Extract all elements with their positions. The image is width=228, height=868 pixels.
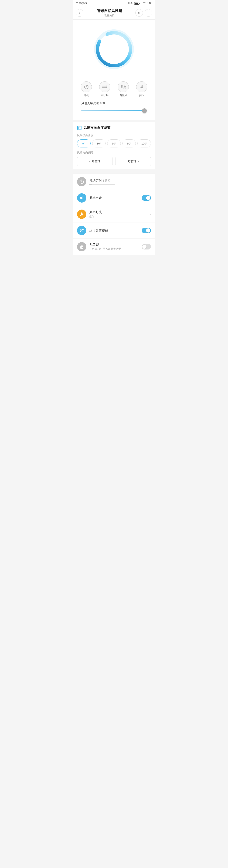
speaker-icon (79, 196, 84, 200)
mode-btn-gear[interactable]: 4 挡位 (136, 81, 147, 97)
right-label: 向右转 (128, 159, 136, 163)
back-icon: ‹ (79, 11, 80, 15)
schedule-icon-circle (77, 177, 86, 186)
fan-ring-container[interactable] (93, 28, 135, 70)
schedule-content: 预约定时 | 关闭 (89, 179, 151, 185)
power-icon-circle (81, 81, 92, 92)
schedule-title: 预约定时 (89, 179, 102, 183)
clock-icon (79, 179, 84, 184)
battery-icon-display (134, 2, 139, 5)
childlock-title: 儿童锁 (89, 243, 99, 246)
fan-ring-svg (93, 28, 135, 70)
lock-icon (79, 244, 84, 249)
carrier-signal: 中国移动 (76, 1, 87, 5)
share-icon: ⊕ (138, 11, 140, 15)
gear-icon-circle: 4 (136, 81, 147, 92)
angle-60-label: 60° (112, 142, 116, 145)
back-button[interactable]: ‹ (76, 9, 84, 17)
natural-label: 自然风 (120, 94, 127, 97)
mode-btn-direct[interactable]: 直吹风 (99, 81, 110, 97)
schedule-fill (89, 184, 92, 185)
alarm-clock-icon (79, 228, 84, 233)
settings-section: 预约定时 | 关闭 风扇声音 (73, 174, 155, 255)
power-icon (84, 84, 89, 89)
light-title: 风扇灯光 (89, 210, 102, 214)
setting-sound: 风扇声音 (73, 190, 155, 206)
svg-point-9 (82, 247, 82, 248)
section-gap-1 (73, 120, 155, 122)
angle-btn-120[interactable]: 120° (137, 140, 151, 148)
mode-btn-power[interactable]: 开机 (81, 81, 92, 97)
childlock-icon-circle (77, 242, 86, 251)
direction-buttons: ‹ 向左转 向右转 › (77, 157, 151, 166)
section-gap-2 (73, 169, 155, 172)
alarm-toggle-knob (146, 228, 150, 232)
sound-toggle-knob (146, 196, 150, 200)
alarm-toggle[interactable] (142, 228, 151, 233)
light-icon-circle (77, 210, 86, 219)
more-button[interactable]: ··· (144, 9, 152, 17)
schedule-extra: | 关闭 (103, 179, 110, 183)
right-chevron-icon: › (138, 160, 139, 163)
setting-alarm: 运行异常提醒 (73, 222, 155, 239)
controls-section: 开机 直吹风 自然风 (73, 77, 155, 120)
direct-wind-icon (102, 84, 107, 89)
childlock-subtitle: 开启后,只可用 App 控制产品 (89, 247, 139, 251)
angle-btn-off[interactable]: off (77, 140, 91, 148)
angle-buttons: off 30° 60° 90° 120° (77, 140, 151, 148)
light-content: 风扇灯光 氛光 (89, 210, 147, 218)
sun-icon (79, 212, 84, 217)
sound-toggle[interactable] (142, 195, 151, 201)
setting-schedule: 预约定时 | 关闭 (73, 174, 155, 190)
svg-point-2 (101, 36, 127, 62)
chevron-right-icon: › (150, 212, 151, 217)
angle-120-label: 120° (141, 142, 147, 145)
mode-btn-natural[interactable]: 自然风 (118, 81, 129, 97)
angle-icon (77, 125, 82, 130)
power-label: 开机 (84, 94, 89, 97)
childlock-toggle[interactable] (142, 244, 151, 249)
direct-label: 直吹风 (101, 94, 108, 97)
schedule-slider[interactable] (89, 184, 151, 185)
speed-section: 风扇无级变速 100 (77, 101, 151, 118)
more-icon: ··· (147, 11, 150, 15)
childlock-content: 儿童锁 开启后,只可用 App 控制产品 (89, 243, 139, 251)
time-display: 上午10:03 (140, 1, 152, 5)
header: ‹ 智米自然风风扇 设备关机 ⊕ ··· (73, 6, 155, 20)
angle-30-label: 30° (97, 142, 101, 145)
setting-light[interactable]: 风扇灯光 氛光 › (73, 206, 155, 222)
bottom-spacer (73, 255, 155, 263)
light-chevron-container: › (150, 212, 151, 217)
slider-fill (81, 110, 147, 111)
header-center: 智米自然风风扇 设备关机 (84, 8, 135, 17)
slider-track (81, 110, 147, 111)
angle-off-label: off (82, 142, 85, 145)
setting-childlock: 儿童锁 开启后,只可用 App 控制产品 (73, 239, 155, 255)
direction-left-btn[interactable]: ‹ 向左转 (77, 157, 113, 166)
alarm-title: 运行异常提醒 (89, 228, 108, 232)
alarm-content: 运行异常提醒 (89, 228, 139, 232)
childlock-toggle-knob (142, 245, 146, 249)
battery-label: 84 (130, 2, 133, 5)
left-chevron-icon: ‹ (89, 160, 90, 163)
natural-icon-circle (118, 81, 129, 92)
speed-slider-container[interactable] (81, 108, 147, 114)
share-button[interactable]: ⊕ (135, 9, 143, 17)
angle-title: 风扇方向角度调节 (84, 126, 110, 130)
device-status: 设备关机 (84, 14, 135, 17)
childlock-toggle-container[interactable] (142, 244, 151, 249)
angle-btn-60[interactable]: 60° (107, 140, 121, 148)
sound-title: 风扇声音 (89, 196, 102, 199)
angle-btn-90[interactable]: 90° (123, 140, 136, 148)
angle-btn-30[interactable]: 30° (92, 140, 106, 148)
alarm-icon-circle (77, 226, 86, 235)
svg-point-6 (80, 213, 83, 215)
status-right: ℕ 84 上午10:03 (128, 1, 152, 5)
alarm-toggle-container[interactable] (142, 228, 151, 233)
direction-right-btn[interactable]: 向右转 › (115, 157, 151, 166)
head-angle-label: 风扇摆头角度 (77, 133, 151, 137)
gear-label: 挡位 (139, 94, 144, 97)
light-subtitle: 氛光 (89, 215, 147, 218)
slider-thumb[interactable] (142, 108, 147, 113)
sound-toggle-container[interactable] (142, 195, 151, 201)
